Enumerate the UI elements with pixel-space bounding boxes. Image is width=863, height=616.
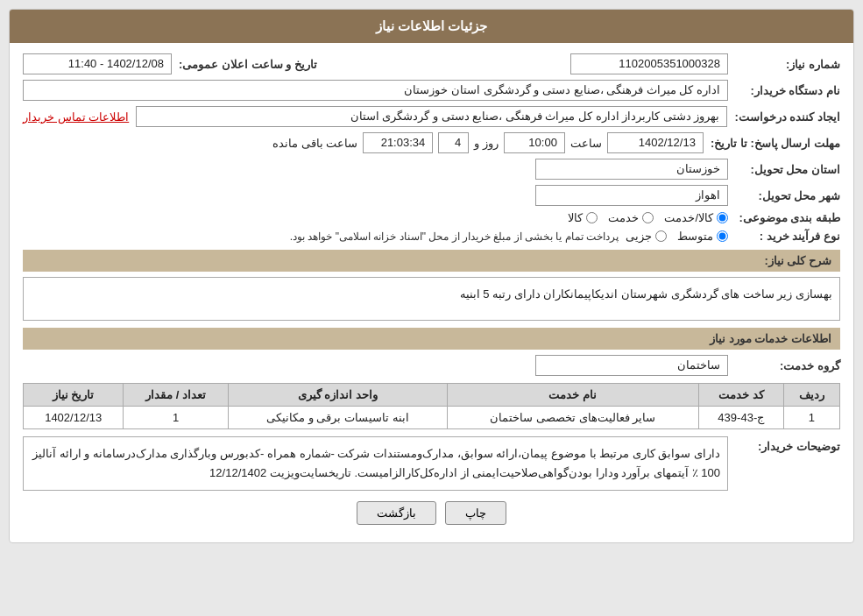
- cell-tarikh: 1402/12/13: [24, 407, 124, 429]
- table-row: 1 ج-43-439 سایر فعالیت‌های تخصصی ساختمان…: [24, 407, 840, 429]
- col-vahed: واحد اندازه گیری: [228, 384, 447, 407]
- col-tedad: تعداد / مقدار: [124, 384, 229, 407]
- saat-label: ساعت: [570, 137, 602, 150]
- sharh-section-header: شرح کلی نیاز:: [23, 250, 840, 272]
- nam-dastgah-label: نام دستگاه خریدار:: [735, 84, 840, 97]
- shahr-value: اهواز: [535, 185, 728, 206]
- ettelaat-tamas-link[interactable]: اطلاعات تماس خریدار: [23, 110, 129, 124]
- ijad-konande-label: ایجاد کننده درخواست:: [734, 110, 840, 124]
- cell-tedad: 1: [124, 407, 229, 429]
- services-table-section: ردیف کد خدمت نام خدمت واحد اندازه گیری ت…: [23, 383, 840, 429]
- cell-radif: 1: [783, 407, 839, 429]
- novoe-radio-group: متوسط جزیی: [626, 230, 728, 243]
- tabaqe-option-khadamat[interactable]: خدمت: [608, 211, 654, 224]
- roz-label: روز و: [474, 137, 499, 150]
- button-row: چاپ بازگشت: [23, 501, 840, 525]
- page-header: جزئیات اطلاعات نیاز: [10, 10, 853, 43]
- gorohe-value: ساختمان: [535, 355, 728, 376]
- saat-value: 10:00: [504, 132, 565, 153]
- tabaqe-radio-group: کالا/خدمت خدمت کالا: [568, 211, 728, 224]
- khadamat-section-header: اطلاعات خدمات مورد نیاز: [23, 328, 840, 350]
- baghimanda-value: 21:03:34: [363, 132, 433, 153]
- col-tarikh: تاریخ نیاز: [24, 384, 124, 407]
- novoe-option-motavaset[interactable]: متوسط: [677, 230, 728, 243]
- col-nam: نام خدمت: [447, 384, 698, 407]
- ostan-label: استان محل تحویل:: [735, 163, 840, 176]
- novoe-option-jozi[interactable]: جزیی: [626, 230, 667, 243]
- shahr-label: شهر محل تحویل:: [735, 189, 840, 202]
- tabaqe-label: طبقه بندی موضوعی:: [735, 211, 840, 224]
- chap-button[interactable]: چاپ: [445, 501, 506, 525]
- baghimanda-label: ساعت باقی مانده: [272, 137, 357, 150]
- roz-value: 4: [438, 132, 469, 153]
- nam-dastgah-value: اداره کل میراث فرهنگی ،صنایع دستی و گردش…: [23, 80, 728, 101]
- page-title: جزئیات اطلاعات نیاز: [376, 18, 487, 33]
- gorohe-label: گروه خدمت:: [735, 359, 840, 372]
- sharh-value: بهسازی زیر ساخت های گردشگری شهرستان اندی…: [23, 277, 840, 321]
- col-radif: ردیف: [783, 384, 839, 407]
- tabaqe-option-kala-khadamat[interactable]: کالا/خدمت: [664, 211, 728, 224]
- shomara-niaz-label: شماره نیاز:: [735, 58, 840, 71]
- ijad-konande-value: بهروز دشتی کاربرداز اداره کل میراث فرهنگ…: [136, 106, 727, 127]
- novoe-label: نوع فرآیند خرید :: [735, 230, 840, 243]
- novoe-notice: پرداخت تمام یا بخشی از مبلغ خریدار از مح…: [290, 230, 619, 243]
- cell-vahed: ابنه تاسیسات برقی و مکانیکی: [228, 407, 447, 429]
- tarikh-elam-value: 1402/12/08 - 11:40: [23, 53, 172, 74]
- services-table: ردیف کد خدمت نام خدمت واحد اندازه گیری ت…: [23, 383, 840, 429]
- tabaqe-option-kala[interactable]: کالا: [568, 211, 598, 224]
- ostan-value: خوزستان: [535, 159, 728, 180]
- tarikh-value: 1402/12/13: [607, 132, 704, 153]
- cell-nam: سایر فعالیت‌های تخصصی ساختمان: [447, 407, 698, 429]
- cell-kod: ج-43-439: [698, 407, 783, 429]
- toshihat-label: توضیحات خریدار:: [735, 436, 840, 453]
- col-kod: کد خدمت: [698, 384, 783, 407]
- bazgasht-button[interactable]: بازگشت: [357, 501, 436, 525]
- mohlat-label: مهلت ارسال پاسخ: تا تاریخ:: [711, 137, 840, 150]
- shomara-niaz-value: 1102005351000328: [570, 53, 728, 74]
- toshihat-value: دارای سوابق کاری مرتبط با موضوع پیمان،ار…: [23, 436, 728, 491]
- tarikh-elam-label: تاریخ و ساعت اعلان عمومی:: [179, 58, 317, 71]
